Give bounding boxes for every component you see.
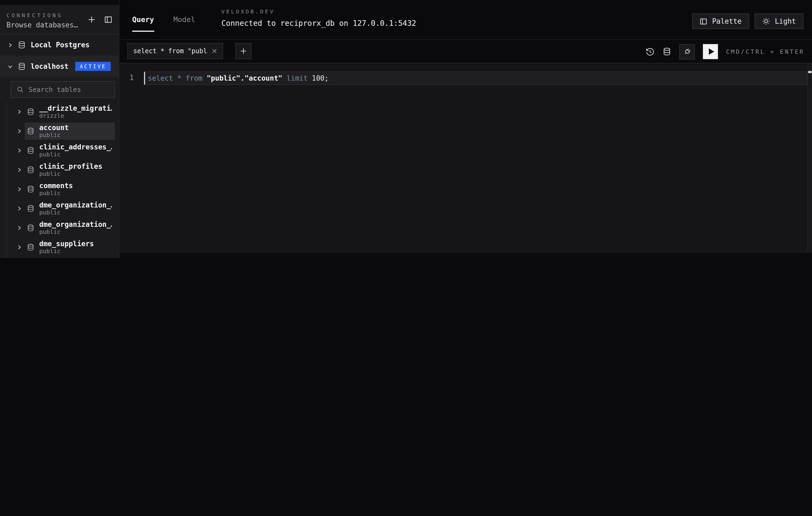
chevron-right-icon — [17, 109, 22, 114]
sidebar-table-item-dme-suppliers[interactable]: dme_supplierspublic — [0, 237, 119, 257]
table-schema: public — [39, 151, 112, 158]
sql-token — [203, 74, 207, 82]
connections-header: CONNECTIONS Browse databases… — [0, 5, 119, 34]
tab-model-label: Model — [173, 15, 195, 24]
palette-button[interactable]: Palette — [692, 13, 749, 29]
add-connection-button[interactable] — [88, 16, 96, 24]
search-tables-input[interactable]: Search tables — [11, 81, 115, 98]
tab-query-label: Query — [132, 15, 154, 24]
table-icon — [27, 243, 34, 251]
chevron-right-icon — [17, 148, 22, 153]
table-schema: public — [39, 248, 94, 255]
query-history-button[interactable] — [645, 47, 655, 56]
connection-name: Local Postgres — [31, 41, 89, 49]
table-icon — [27, 127, 34, 135]
run-query-button[interactable] — [703, 44, 718, 59]
sql-editor[interactable]: 1 select * from "public"."account" limit… — [119, 63, 812, 252]
connection-info: VELOXDB.DEV Connected to reciprorx_db on… — [222, 9, 416, 27]
line-number: 1 — [129, 74, 134, 82]
table-schema: public — [39, 170, 103, 177]
sql-token — [181, 74, 186, 82]
table-name: dme_organization_… — [39, 201, 112, 209]
main-header: Query Model VELOXDB.DEV Connected to rec… — [119, 0, 812, 40]
sql-token — [282, 74, 287, 82]
connection-status: Connected to reciprorx_db on 127.0.0.1:5… — [222, 19, 416, 27]
sql-token — [173, 74, 177, 82]
tables-tree: __drizzle_migrati…drizzleaccountpubliccl… — [0, 102, 119, 258]
table-text: dme_supplierspublic — [39, 240, 94, 255]
panel-icon — [700, 18, 707, 25]
plus-icon — [240, 47, 247, 55]
table-text: __drizzle_migrati…drizzle — [39, 104, 112, 119]
editor-scrollbar[interactable] — [807, 63, 812, 252]
connection-name: localhost — [31, 62, 68, 70]
table-icon — [27, 185, 34, 193]
chevron-right-icon — [17, 206, 22, 211]
active-tab-underline — [132, 31, 154, 32]
chevron-right-icon — [17, 187, 22, 192]
play-icon — [708, 48, 714, 55]
window-top-strip — [0, 0, 119, 5]
table-icon — [27, 205, 34, 212]
query-tab-strip: select * from "publ… CMD/CTRL + ENTER — [119, 40, 812, 63]
chevron-right-icon — [17, 167, 22, 173]
table-name: account — [39, 124, 69, 132]
results-header: Results Explain plan public.account 8 ro… — [119, 252, 812, 258]
search-placeholder: Search tables — [28, 85, 81, 93]
sidebar-table-item-drizzle-migrati[interactable]: __drizzle_migrati…drizzle — [0, 102, 119, 121]
new-query-tab-button[interactable] — [235, 43, 252, 59]
tab-query[interactable]: Query — [132, 15, 154, 32]
chevron-right-icon — [7, 42, 13, 48]
chevron-down-icon — [7, 64, 13, 69]
editor-scrollbar-thumb[interactable] — [808, 71, 811, 73]
sql-token: limit — [287, 74, 308, 82]
brand-label: VELOXDB.DEV — [222, 9, 416, 15]
sql-code: select * from "public"."account" limit 1… — [148, 74, 329, 82]
table-icon — [27, 166, 34, 174]
table-schema: public — [39, 190, 73, 197]
light-theme-button[interactable]: Light — [754, 13, 804, 29]
sidebar-table-item-comments[interactable]: commentspublic — [0, 179, 119, 199]
search-icon — [17, 86, 24, 93]
sidebar-table-item-documents[interactable]: documentspublic — [0, 257, 119, 258]
sidebar-table-item-dme-organization[interactable]: dme_organization_…public — [0, 199, 119, 218]
table-name: comments — [39, 182, 73, 190]
sidebar-table-item-clinic-addresses[interactable]: clinic_addresses_…public — [0, 141, 119, 160]
sidebar-table-item-dme-organization[interactable]: dme_organization_…public — [0, 218, 119, 237]
active-badge: ACTIVE — [76, 62, 111, 71]
table-text: dme_organization_…public — [39, 220, 112, 235]
panel-icon — [104, 16, 112, 24]
chevron-right-icon — [17, 225, 22, 231]
schema-browser-button[interactable] — [663, 47, 671, 56]
database-icon — [18, 62, 26, 70]
main-panel: Query Model VELOXDB.DEV Connected to rec… — [119, 0, 812, 258]
sidebar: CONNECTIONS Browse databases… Local Post… — [0, 0, 119, 258]
table-name: clinic_profiles — [39, 162, 103, 170]
table-text: clinic_addresses_…public — [39, 143, 112, 158]
table-name: __drizzle_migrati… — [39, 104, 112, 112]
sql-token: from — [186, 74, 203, 82]
table-text: dme_organization_…public — [39, 201, 112, 216]
table-schema: drizzle — [39, 112, 112, 119]
sun-icon — [762, 17, 770, 25]
connection-toggle-button[interactable] — [679, 44, 695, 59]
sql-code-line: select * from "public"."account" limit 1… — [144, 71, 807, 85]
connection-item-local-postgres[interactable]: Local Postgres — [0, 34, 119, 56]
sql-token: "public"."account" — [207, 74, 282, 82]
toggle-sidebar-button[interactable] — [104, 16, 112, 24]
light-button-label: Light — [775, 17, 796, 25]
plus-icon — [88, 16, 96, 24]
sql-token: select — [148, 74, 173, 82]
close-icon[interactable] — [212, 48, 217, 54]
connection-item-localhost[interactable]: localhost ACTIVE — [0, 56, 119, 78]
sidebar-table-item-account[interactable]: accountpublic — [0, 121, 119, 141]
table-icon — [27, 147, 34, 154]
sql-token: * — [177, 74, 182, 82]
table-icon — [27, 224, 34, 232]
table-name: dme_organization_… — [39, 220, 112, 228]
query-file-tab[interactable]: select * from "publ… — [127, 43, 223, 59]
plug-icon — [682, 46, 692, 57]
sidebar-table-item-clinic-profiles[interactable]: clinic_profilespublic — [0, 160, 119, 179]
tab-model[interactable]: Model — [173, 15, 195, 32]
history-icon — [645, 47, 655, 56]
